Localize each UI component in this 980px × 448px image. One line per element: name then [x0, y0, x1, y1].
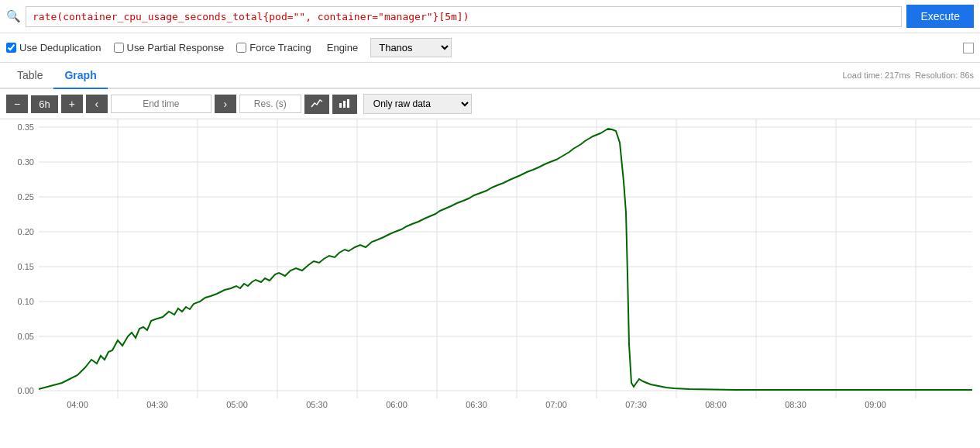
svg-text:05:00: 05:00 — [226, 400, 248, 409]
svg-text:09:00: 09:00 — [865, 400, 886, 409]
deduplication-checkbox[interactable] — [6, 43, 16, 53]
corner-checkbox[interactable] — [963, 43, 974, 53]
deduplication-label: Use Deduplication — [19, 42, 101, 53]
svg-text:08:30: 08:30 — [785, 400, 806, 409]
svg-rect-2 — [347, 99, 349, 108]
resolution-input[interactable] — [239, 95, 301, 113]
query-input[interactable] — [26, 6, 902, 27]
svg-text:04:30: 04:30 — [146, 400, 168, 409]
engine-label: Engine — [327, 42, 358, 53]
svg-text:07:00: 07:00 — [545, 400, 567, 409]
execute-button[interactable]: Execute — [906, 5, 974, 28]
bar-chart-button[interactable] — [332, 95, 357, 114]
line-chart-button[interactable] — [304, 95, 329, 114]
svg-text:05:30: 05:30 — [306, 400, 328, 409]
force-tracing-checkbox[interactable] — [236, 43, 246, 53]
svg-rect-0 — [339, 103, 342, 108]
top-bar: 🔍 Execute — [0, 0, 980, 33]
svg-rect-1 — [343, 101, 346, 108]
svg-text:0.15: 0.15 — [18, 262, 34, 271]
search-icon[interactable]: 🔍 — [6, 9, 21, 23]
force-tracing-label: Force Tracing — [249, 42, 311, 53]
time-range-label: 6h — [31, 95, 57, 113]
end-time-input[interactable] — [111, 95, 211, 113]
svg-text:0.35: 0.35 — [18, 122, 34, 132]
load-info: Load time: 217ms Resolution: 86s — [843, 71, 974, 80]
tab-table[interactable]: Table — [6, 63, 53, 89]
svg-text:0.30: 0.30 — [18, 157, 34, 167]
svg-rect-3 — [0, 119, 980, 422]
data-mode-select[interactable]: Only raw data Show stacked data — [363, 94, 472, 114]
svg-text:0.10: 0.10 — [18, 297, 34, 306]
partial-response-checkbox[interactable] — [114, 43, 124, 53]
decrease-range-button[interactable]: − — [6, 95, 28, 113]
svg-text:0.05: 0.05 — [18, 332, 34, 341]
tabs-row: Table Graph Load time: 217ms Resolution:… — [0, 63, 980, 89]
partial-response-label: Use Partial Response — [127, 42, 225, 53]
svg-text:0.25: 0.25 — [18, 192, 34, 202]
force-tracing-checkbox-label[interactable]: Force Tracing — [236, 42, 311, 53]
chart-area: 0.35 0.30 0.25 0.20 0.15 0.10 0.05 0.00 … — [0, 119, 980, 422]
svg-text:07:30: 07:30 — [625, 400, 647, 409]
engine-select[interactable]: Thanos Prometheus — [370, 38, 452, 57]
svg-text:06:30: 06:30 — [466, 400, 487, 409]
svg-text:0.00: 0.00 — [18, 386, 34, 395]
svg-text:04:00: 04:00 — [67, 400, 88, 409]
svg-text:08:00: 08:00 — [705, 400, 727, 409]
tab-graph[interactable]: Graph — [53, 63, 107, 89]
next-time-button[interactable]: › — [215, 95, 236, 113]
options-bar: Use Deduplication Use Partial Response F… — [0, 33, 980, 63]
svg-text:06:00: 06:00 — [386, 400, 407, 409]
increase-range-button[interactable]: + — [61, 95, 83, 113]
svg-text:0.20: 0.20 — [18, 227, 34, 236]
prev-time-button[interactable]: ‹ — [86, 95, 108, 113]
partial-response-checkbox-label[interactable]: Use Partial Response — [114, 42, 225, 53]
graph-controls: − 6h + ‹ › Only raw data Show stacked da… — [0, 89, 980, 119]
deduplication-checkbox-label[interactable]: Use Deduplication — [6, 42, 101, 53]
chart-svg: 0.35 0.30 0.25 0.20 0.15 0.10 0.05 0.00 … — [0, 119, 980, 422]
